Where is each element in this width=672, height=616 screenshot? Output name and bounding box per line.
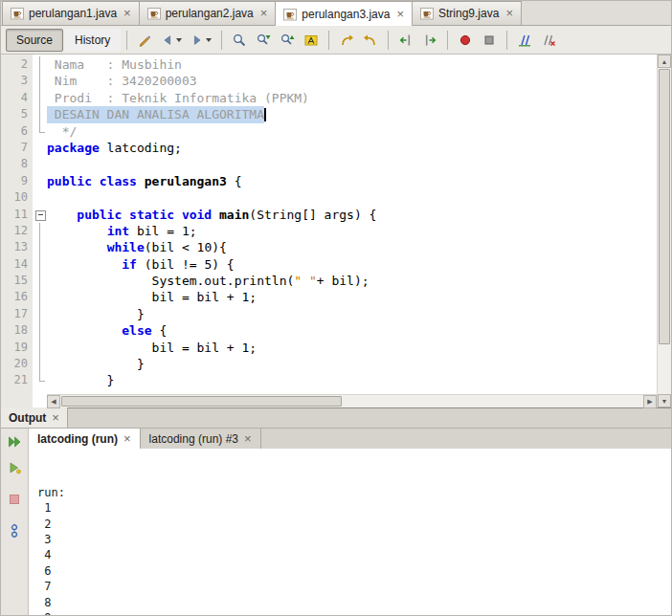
code-line-text: public static void main(String[] args) { [47, 207, 376, 223]
tab-perulangan3[interactable]: perulangan3.java × [275, 1, 413, 26]
shift-line-left-icon [398, 33, 414, 48]
line-number[interactable]: 10 [1, 189, 33, 206]
code-line[interactable]: public class perulangan3 { [33, 173, 657, 189]
code-line[interactable] [33, 189, 657, 206]
dropdown-arrow-icon[interactable] [206, 38, 212, 42]
line-number[interactable]: 17 [1, 306, 33, 322]
code-line[interactable]: bil = bil + 1; [33, 340, 657, 356]
close-icon[interactable]: × [260, 9, 268, 18]
code-line[interactable]: } [33, 356, 657, 372]
find-selection-button[interactable] [228, 29, 251, 52]
stop-build-button[interactable] [4, 489, 25, 510]
line-number[interactable]: 3 [1, 73, 33, 89]
scroll-right-icon[interactable]: ▶ [643, 395, 657, 408]
history-view-button[interactable]: History [64, 29, 121, 52]
code-line[interactable]: Nim : 3420200003 [33, 73, 657, 89]
editor-code[interactable]: Nama : Musbihin Nim : 3420200003 Prodi :… [33, 55, 657, 407]
code-token: Nim : 3420200003 [47, 74, 197, 88]
scroll-up-icon[interactable]: ▲ [658, 55, 671, 68]
dropdown-arrow-icon[interactable] [176, 38, 182, 42]
forward-button[interactable] [187, 29, 215, 52]
scroll-down-icon[interactable]: ▼ [658, 394, 671, 407]
editor-horizontal-scrollbar[interactable]: ◀ ▶ [47, 394, 657, 407]
line-number[interactable]: 7 [1, 140, 33, 156]
code-line[interactable]: else { [33, 322, 657, 339]
code-line[interactable]: if (bil != 5) { [33, 256, 657, 273]
horizontal-scroll-thumb[interactable] [61, 396, 342, 407]
editor-toolbar: Source History [1, 26, 671, 55]
shift-line-left-button[interactable] [394, 29, 417, 52]
tab-perulangan2[interactable]: perulangan2.java × [139, 1, 277, 25]
line-number[interactable]: 21 [1, 372, 33, 388]
code-line[interactable]: } [33, 372, 657, 388]
next-bookmark-button[interactable] [359, 29, 382, 52]
scroll-track[interactable] [343, 395, 643, 407]
line-number[interactable]: 4 [1, 90, 33, 106]
line-number[interactable]: 11 [1, 207, 33, 223]
code-fold-toggle[interactable] [33, 207, 47, 223]
code-line[interactable]: DESAIN DAN ANALISA ALGORITMA [33, 106, 657, 122]
code-line[interactable]: package latcoding; [33, 140, 657, 156]
previous-bookmark-button[interactable] [335, 29, 358, 52]
line-number[interactable]: 18 [1, 322, 33, 339]
source-view-button[interactable]: Source [6, 29, 63, 52]
scroll-left-icon[interactable]: ◀ [47, 395, 60, 408]
vertical-scroll-thumb[interactable] [659, 69, 670, 344]
back-button[interactable] [157, 29, 186, 52]
shift-line-right-icon [422, 33, 437, 48]
tab-string9[interactable]: String9.java × [412, 1, 522, 25]
comment-button[interactable] [513, 29, 536, 52]
toggle-highlight-search-button[interactable] [300, 29, 323, 52]
output-console[interactable]: run: 1 2 3 4 6 7 8 9 BUILD SUCCESSFUL (t… [29, 449, 671, 616]
code-line-text: } [47, 306, 145, 322]
output-settings-button[interactable] [4, 520, 25, 541]
line-number[interactable]: 6 [1, 123, 33, 140]
code-line[interactable]: } [33, 306, 657, 322]
code-line[interactable]: while(bil < 10){ [33, 239, 657, 255]
code-token [47, 323, 122, 338]
close-icon[interactable]: × [505, 9, 513, 18]
output-tab-run-3[interactable]: latcoding (run) #3 × [141, 429, 261, 449]
code-line[interactable]: */ [33, 123, 657, 140]
code-line[interactable]: int bil = 1; [33, 223, 657, 239]
line-number[interactable]: 5 [1, 106, 33, 122]
line-number[interactable]: 16 [1, 289, 33, 305]
code-line[interactable]: public static void main(String[] args) { [33, 207, 657, 223]
line-number[interactable]: 15 [1, 273, 33, 289]
start-macro-recording-button[interactable] [454, 29, 477, 52]
close-icon[interactable]: × [123, 9, 131, 18]
scroll-track[interactable] [658, 345, 671, 394]
stop-macro-recording-button[interactable] [478, 29, 501, 52]
line-number[interactable]: 20 [1, 356, 33, 372]
tab-perulangan1[interactable]: perulangan1.java × [2, 1, 140, 25]
close-icon[interactable]: × [52, 410, 59, 425]
line-number[interactable]: 2 [1, 56, 33, 73]
editor-vertical-scrollbar[interactable]: ▲ ▼ [657, 55, 671, 407]
line-number[interactable]: 8 [1, 156, 33, 172]
close-icon[interactable]: × [123, 431, 131, 446]
code-line[interactable]: Prodi : Teknik Informatika (PPKM) [33, 90, 657, 106]
line-number[interactable]: 14 [1, 256, 33, 273]
line-number[interactable]: 13 [1, 239, 33, 255]
code-line[interactable]: System.out.println(" "+ bil); [33, 273, 657, 289]
line-number[interactable]: 12 [1, 223, 33, 239]
rerun-with-different-parameters-button[interactable] [4, 457, 25, 478]
line-number[interactable]: 9 [1, 173, 33, 189]
close-icon[interactable]: × [244, 431, 252, 446]
code-line[interactable]: Nama : Musbihin [33, 56, 657, 73]
output-line: 7 [37, 579, 671, 594]
output-window-tab[interactable]: Output × [1, 407, 68, 428]
output-tab-run[interactable]: latcoding (run) × [29, 429, 141, 449]
code-line[interactable]: bil = bil + 1; [33, 289, 657, 305]
shift-line-right-button[interactable] [418, 29, 441, 52]
uncomment-button[interactable] [537, 29, 560, 52]
close-icon[interactable]: × [396, 10, 404, 19]
last-edited-button[interactable] [133, 29, 156, 52]
line-number[interactable]: 19 [1, 340, 33, 356]
code-line[interactable] [33, 156, 657, 172]
find-next-occurrence-button[interactable] [252, 29, 275, 52]
output-settings-icon [7, 523, 22, 539]
code-line-text: bil = bil + 1; [47, 340, 257, 356]
find-previous-occurrence-button[interactable] [276, 29, 299, 52]
rerun-button[interactable] [4, 431, 25, 452]
